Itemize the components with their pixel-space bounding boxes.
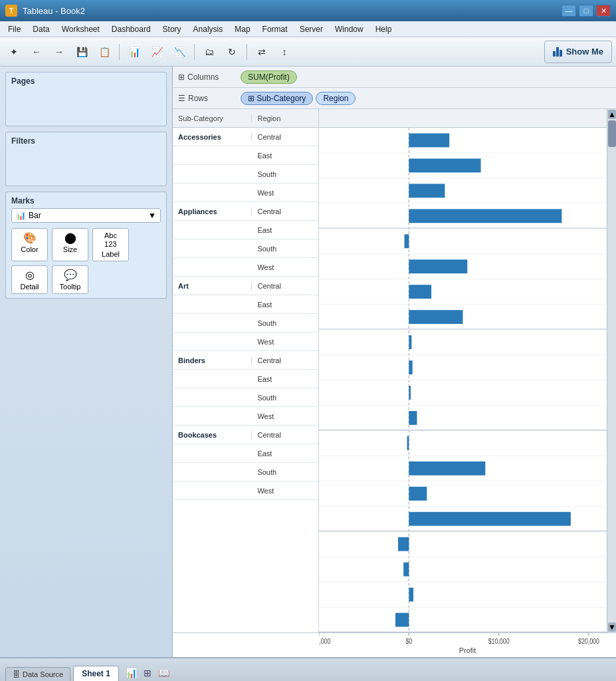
bar-chart-icon: 📊: [16, 211, 26, 220]
menu-dashboard[interactable]: Dashboard: [106, 23, 156, 35]
menu-format[interactable]: Format: [257, 23, 293, 35]
sort-button[interactable]: ↕: [274, 42, 294, 62]
new-story-button[interactable]: 📖: [157, 665, 171, 681]
bookcases-central-row: Bookcases Central: [173, 426, 318, 444]
sheet-tab[interactable]: Sheet 1: [73, 666, 119, 681]
columns-label: ⊞ Columns: [178, 72, 238, 82]
art-west-row: West: [173, 333, 318, 351]
minimize-button[interactable]: —: [562, 5, 576, 17]
chart-type-button[interactable]: 📊: [124, 42, 144, 62]
home-button[interactable]: ✦: [4, 42, 24, 62]
datasource-tab[interactable]: 🗄 Data Source: [5, 667, 70, 681]
toolbar-separator-1: [119, 44, 120, 60]
back-button[interactable]: ←: [27, 42, 47, 62]
binders-east-row: East: [173, 370, 318, 388]
bar-chart-area: [319, 109, 607, 632]
svg-rect-26: [409, 411, 417, 425]
new-worksheet-button[interactable]: 📊: [124, 665, 138, 681]
filters-title: Filters: [11, 136, 161, 146]
scroll-down-button[interactable]: ▼: [608, 622, 616, 632]
west-label-4: West: [252, 412, 318, 420]
south-label-3: South: [252, 319, 318, 327]
svg-rect-33: [409, 487, 427, 501]
chart-type-3-button[interactable]: 📉: [169, 42, 189, 62]
swap-button[interactable]: ⇄: [252, 42, 272, 62]
refresh-button[interactable]: ↻: [222, 42, 242, 62]
tooltip-icon: 💬: [64, 269, 77, 281]
rows-shelf: ☰ Rows ⊞ Sub-Category Region: [173, 88, 616, 109]
new-datasource-button[interactable]: 📋: [94, 42, 114, 62]
binders-west-row: West: [173, 407, 318, 426]
chart-type-2-button[interactable]: 📈: [147, 42, 167, 62]
menu-file[interactable]: File: [3, 23, 26, 35]
menu-worksheet[interactable]: Worksheet: [56, 23, 105, 35]
axis-label: Profit: [319, 646, 616, 657]
toolbar-separator-3: [247, 44, 247, 60]
svg-rect-40: [403, 563, 409, 577]
svg-rect-24: [409, 386, 411, 400]
detail-button[interactable]: ◎ Detail: [11, 265, 48, 294]
marks-buttons: 🎨 Color ⬤ Size Abc123 Label ◎ Detail 💬: [11, 228, 161, 294]
vertical-scrollbar[interactable]: ▲ ▼: [607, 109, 616, 632]
label-button[interactable]: Abc123 Label: [92, 228, 129, 261]
art-east-row: East: [173, 295, 318, 314]
svg-rect-29: [407, 436, 409, 450]
window-controls[interactable]: — □ ✕: [562, 5, 611, 17]
menu-help[interactable]: Help: [370, 23, 397, 35]
toolbar-separator-2: [194, 44, 195, 60]
data-button[interactable]: 🗂: [199, 42, 219, 62]
maximize-button[interactable]: □: [579, 5, 593, 17]
scroll-up-button[interactable]: ▲: [608, 110, 616, 119]
detail-label: Detail: [20, 283, 39, 291]
bookcases-south-row: South: [173, 463, 318, 481]
svg-rect-17: [409, 310, 462, 324]
scroll-thumb[interactable]: [608, 120, 616, 147]
menu-data[interactable]: Data: [27, 23, 54, 35]
size-icon: ⬤: [64, 231, 76, 244]
detail-icon: ◎: [25, 269, 35, 281]
bookcases-east-row: East: [173, 444, 318, 463]
south-label-4: South: [252, 394, 318, 402]
chart-header-spacer: [319, 109, 607, 128]
label-icon: Abc123: [104, 231, 117, 249]
svg-rect-4: [409, 158, 480, 172]
east-label-2: East: [252, 226, 318, 234]
new-dashboard-button[interactable]: ⊞: [142, 665, 153, 681]
menu-bar: File Data Worksheet Dashboard Story Anal…: [0, 21, 616, 37]
appliances-south-row: South: [173, 239, 318, 258]
menu-server[interactable]: Server: [294, 23, 328, 35]
axis-ticks: -$10,000$0$10,000$20,000: [319, 633, 616, 646]
columns-grid-icon: ⊞: [178, 72, 185, 82]
save-button[interactable]: 💾: [72, 42, 92, 62]
south-label-5: South: [252, 468, 318, 476]
appliances-west-row: West: [173, 258, 318, 277]
appliances-east-row: East: [173, 221, 318, 239]
forward-button[interactable]: →: [49, 42, 69, 62]
menu-window[interactable]: Window: [330, 23, 369, 35]
west-label-2: West: [252, 263, 318, 271]
marks-type-label: Bar: [29, 211, 41, 220]
east-label-5: East: [252, 450, 318, 458]
appliances-label: Appliances: [173, 207, 252, 215]
svg-text:$20,000: $20,000: [578, 637, 599, 645]
menu-story[interactable]: Story: [157, 23, 187, 35]
subcategory-pill[interactable]: ⊞ Sub-Category: [241, 92, 313, 105]
sum-profit-pill[interactable]: SUM(Profit): [241, 70, 297, 84]
central-label-3: Central: [252, 282, 318, 290]
menu-map[interactable]: Map: [229, 23, 255, 35]
close-button[interactable]: ✕: [596, 5, 611, 17]
size-button[interactable]: ⬤ Size: [52, 228, 88, 261]
row-data: Accessories Central East South: [173, 128, 318, 632]
x-axis: -$10,000$0$10,000$20,000 Profit: [173, 632, 616, 657]
show-me-button[interactable]: Show Me: [544, 41, 612, 63]
region-pill[interactable]: Region: [316, 92, 356, 105]
tooltip-button[interactable]: 💬 Tooltip: [52, 265, 88, 294]
art-south-row: South: [173, 314, 318, 333]
pages-section: Pages: [5, 72, 167, 126]
appliances-central-row: Appliances Central: [173, 202, 318, 221]
row-header: Sub-Category Region: [173, 109, 318, 128]
marks-type-dropdown[interactable]: 📊 Bar ▼: [11, 208, 161, 223]
menu-analysis[interactable]: Analysis: [188, 23, 229, 35]
binders-central-row: Binders Central: [173, 351, 318, 370]
color-button[interactable]: 🎨 Color: [11, 228, 48, 261]
